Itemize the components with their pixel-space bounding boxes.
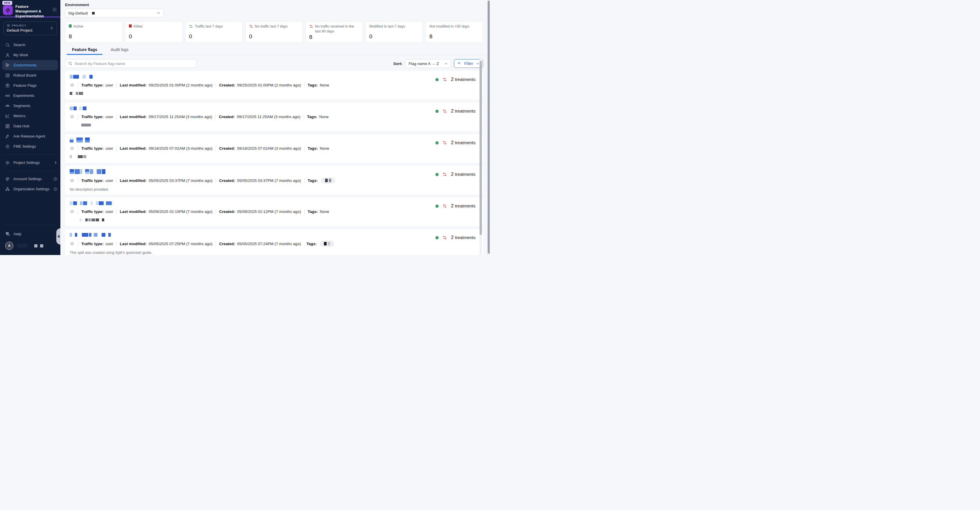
flag-row[interactable]: Traffic type:user Last modified:09/17/20… [65, 103, 483, 131]
redacted-flag-name [70, 169, 478, 174]
stat-label: No traffic received in the last 90 days [315, 24, 359, 34]
toolbar-icon[interactable] [34, 244, 37, 248]
created-label: Created: [219, 83, 235, 87]
traffic-type-value: user [106, 83, 113, 87]
sidebar-item-ask-release-agent[interactable]: Ask Release Agent [0, 131, 60, 141]
stat-card-killed[interactable]: Killed 0 [125, 21, 183, 43]
stat-card-traffic[interactable]: Traffic last 7 days 0 [185, 21, 243, 43]
window-scrollbar-thumb[interactable] [488, 1, 490, 254]
redacted-tag-chip[interactable] [321, 177, 335, 184]
star-icon[interactable] [70, 114, 75, 119]
stat-card-no-traffic-90d[interactable]: No traffic received in the last 90 days … [305, 21, 363, 43]
feature-flag-list: Traffic type:user Last modified:09/25/20… [65, 71, 483, 255]
list-scrollbar-thumb[interactable] [480, 61, 482, 235]
stat-value: 8 [69, 33, 119, 40]
flag-row[interactable]: Traffic type:user Last modified:09/25/20… [65, 71, 483, 100]
layers-gear-icon [5, 177, 10, 181]
active-status-dot [436, 205, 439, 208]
help-button[interactable]: ? Help [0, 228, 60, 240]
chevron-down-icon [476, 62, 480, 65]
last-modified-value: 09/25/2025 01:00PM (2 months ago) [149, 83, 213, 87]
flag-row[interactable]: Traffic type:user Last modified:09/18/20… [65, 134, 483, 163]
stat-card-no-traffic-7d[interactable]: No traffic last 7 days 0 [245, 21, 303, 43]
tab-bar: Feature flags Audit logs [60, 47, 490, 55]
flag-row[interactable]: Traffic type:user Last modified:05/05/20… [65, 166, 483, 194]
list-scrollbar-track[interactable] [480, 58, 482, 255]
active-status-dot [436, 110, 439, 113]
star-icon[interactable] [70, 209, 75, 214]
active-status-dot [436, 236, 439, 239]
main-content: Environment Stg-Default Active 8 Killed … [60, 0, 490, 255]
sidebar-item-metrics[interactable]: Metrics [0, 111, 60, 121]
tab-audit-logs[interactable]: Audit logs [111, 47, 128, 54]
window-scrollbar-track[interactable] [487, 0, 490, 255]
divider [4, 225, 56, 225]
traffic-type-label: Traffic type: [81, 241, 103, 246]
sidebar-item-my-work[interactable]: My Work [0, 50, 60, 60]
redacted-tag-chip[interactable] [320, 240, 334, 247]
redacted-description [70, 92, 478, 95]
sidebar-item-segments[interactable]: Segments [0, 101, 60, 111]
active-status-dot [436, 78, 439, 81]
sidebar-item-organization-settings[interactable]: Organization Settings [0, 184, 60, 194]
sidebar-item-rollout-board[interactable]: Rollout Board [0, 70, 60, 80]
tags-value: None [319, 114, 329, 119]
apps-grid-icon[interactable] [52, 7, 57, 12]
star-icon[interactable] [70, 83, 75, 87]
board-icon [5, 73, 10, 78]
sidebar-item-search[interactable]: Search [0, 40, 60, 50]
filter-icon [458, 62, 461, 65]
no-traffic-icon [442, 77, 447, 82]
sidebar-item-project-settings[interactable]: Project Settings [0, 157, 60, 168]
redacted-flag-name [70, 74, 478, 79]
sidebar-item-label: FME Settings [13, 144, 36, 149]
org-chart-icon [5, 187, 10, 191]
flag-row[interactable]: Traffic type:user Last modified:05/05/20… [65, 229, 483, 255]
chevron-right-icon [54, 161, 57, 165]
star-icon[interactable] [70, 241, 75, 246]
sidebar-item-experiments[interactable]: Experiments [0, 91, 60, 101]
flag-row[interactable]: Traffic type:user Last modified:05/09/20… [65, 197, 483, 226]
last-modified-label: Last modified: [120, 241, 146, 246]
tags-label: Tags: [308, 146, 318, 151]
user-account-row[interactable]: A [0, 240, 60, 255]
sidebar-item-account-settings[interactable]: Account Settings [0, 174, 60, 184]
sort-select[interactable]: Flag name A → Z [406, 59, 451, 68]
avatar[interactable]: A [5, 241, 13, 250]
sidebar-item-label: Project Settings [13, 160, 40, 165]
tab-feature-flags[interactable]: Feature flags [72, 47, 97, 54]
chart-icon [5, 114, 10, 118]
sidebar-collapse-button[interactable] [56, 228, 60, 245]
sidebar-item-fme-settings[interactable]: FME Settings [0, 141, 60, 151]
sidebar-item-environments[interactable]: Environments [2, 60, 58, 70]
flag-description: No description provided. [70, 187, 478, 191]
stat-card-active[interactable]: Active 8 [65, 21, 123, 43]
sidebar-item-data-hub[interactable]: Data Hub [0, 121, 60, 131]
info-icon[interactable] [53, 187, 57, 191]
grid-icon [5, 124, 10, 129]
info-icon[interactable] [53, 177, 57, 181]
sidebar-item-label: Rollout Board [13, 73, 36, 78]
flag-search[interactable] [65, 59, 196, 68]
search-input[interactable] [75, 62, 193, 66]
stat-card-not-modified-30d[interactable]: Not modified in >30 days 8 [426, 21, 483, 43]
sidebar-header: NEW Feature Management & Experimentation [0, 0, 60, 16]
stat-card-modified-7d[interactable]: Modified in last 7 days 0 [366, 21, 423, 43]
filter-button[interactable]: Filter [454, 59, 483, 68]
active-status-dot [436, 173, 439, 176]
toolbar-icon[interactable] [40, 244, 43, 248]
project-selector[interactable]: PROJECT Default Project [3, 21, 57, 35]
help-label: Help [14, 232, 21, 236]
sort-value: Flag name A → Z [409, 62, 439, 66]
sidebar-item-feature-flags[interactable]: Feature Flags [0, 80, 60, 91]
redacted-env-badge [92, 12, 95, 14]
environment-select[interactable]: Stg-Default [65, 9, 164, 17]
redacted-flag-name [70, 201, 478, 206]
traffic-type-label: Traffic type: [81, 83, 103, 87]
traffic-type-label: Traffic type: [81, 178, 103, 183]
tags-label: Tags: [308, 210, 318, 214]
star-icon[interactable] [70, 146, 75, 151]
star-icon[interactable] [70, 178, 75, 183]
sidebar-item-label: Organization Settings [13, 187, 49, 191]
created-label: Created: [219, 241, 235, 246]
